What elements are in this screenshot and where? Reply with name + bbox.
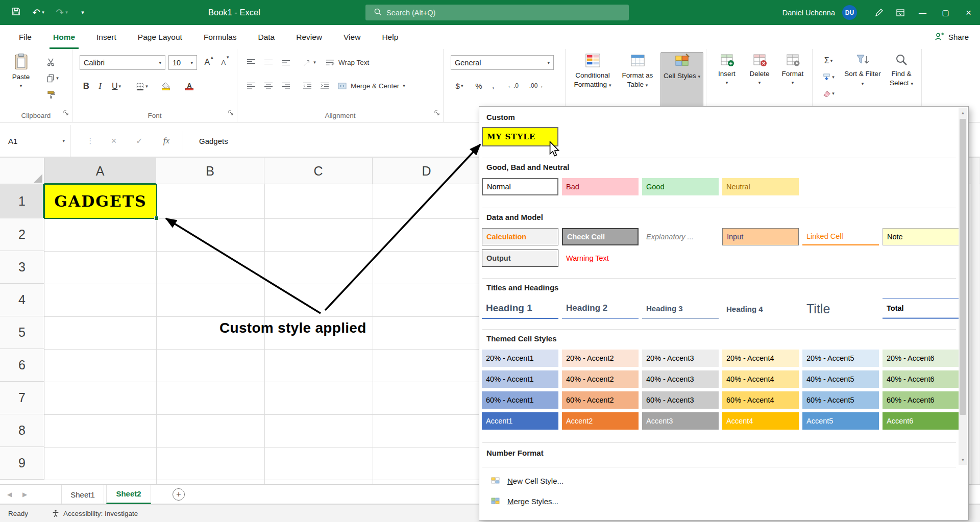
search-box[interactable]: Search (Alt+Q): [365, 5, 629, 20]
name-box[interactable]: A1 ▾: [0, 125, 70, 157]
style-item-accent2[interactable]: Accent2: [562, 412, 639, 430]
borders-button[interactable]: ▾: [132, 79, 152, 94]
style-item-check-cell[interactable]: Check Cell: [562, 228, 639, 245]
user-name[interactable]: Daniel Uchenna: [782, 9, 835, 17]
ribbon-display-options-button[interactable]: [890, 0, 911, 25]
number-format-combo[interactable]: General ▾: [451, 55, 554, 70]
style-item-neutral[interactable]: Neutral: [722, 178, 799, 195]
format-painter-button[interactable]: [43, 88, 58, 101]
row-header-3[interactable]: 3: [0, 251, 44, 284]
formula-bar-grip[interactable]: ⋮: [83, 125, 98, 157]
italic-button[interactable]: I: [94, 79, 106, 94]
ink-pen-button[interactable]: [868, 0, 890, 25]
comma-style-button[interactable]: ,: [487, 79, 499, 93]
row-header-9[interactable]: 9: [0, 447, 44, 480]
copy-button[interactable]: ▾: [43, 71, 62, 85]
style-item-20-accent2[interactable]: 20% - Accent2: [562, 350, 639, 367]
style-item-linked-cell[interactable]: Linked Cell: [802, 228, 879, 245]
style-item-40-accent1[interactable]: 40% - Accent1: [482, 370, 558, 388]
percent-style-button[interactable]: %: [472, 79, 485, 93]
row-header-8[interactable]: 8: [0, 414, 44, 447]
select-all-corner[interactable]: [0, 158, 44, 184]
tab-help[interactable]: Help: [371, 25, 409, 49]
increase-font-size-button[interactable]: A ▴: [201, 55, 216, 69]
accounting-format-button[interactable]: $ ▾: [451, 79, 468, 93]
row-header-4[interactable]: 4: [0, 284, 44, 316]
style-item-20-accent6[interactable]: 20% - Accent6: [883, 350, 959, 367]
style-item-60-accent6[interactable]: 60% - Accent6: [883, 391, 959, 409]
row-header-2[interactable]: 2: [0, 218, 44, 251]
style-item-note[interactable]: Note: [883, 228, 959, 245]
save-button[interactable]: [7, 5, 24, 20]
sheet-tab-sheet2[interactable]: Sheet2: [106, 485, 151, 504]
style-item-accent5[interactable]: Accent5: [802, 412, 879, 430]
style-item-heading-2[interactable]: Heading 2: [562, 299, 639, 319]
style-item-60-accent3[interactable]: 60% - Accent3: [642, 391, 719, 409]
increase-decimal-button[interactable]: ←.0: [503, 79, 523, 93]
style-item-input[interactable]: Input: [722, 228, 799, 245]
style-item-my-style[interactable]: MY STYLE: [482, 127, 558, 146]
tab-file[interactable]: File: [8, 25, 42, 49]
row-header-5[interactable]: 5: [0, 316, 44, 349]
style-item-heading-4[interactable]: Heading 4: [722, 299, 799, 319]
insert-cells-button[interactable]: Insert ▾: [712, 52, 742, 85]
paste-button[interactable]: Paste ▾: [5, 53, 37, 88]
font-dialog-launcher[interactable]: [228, 109, 234, 118]
format-cells-button[interactable]: Format ▾: [777, 52, 808, 85]
font-name-combo[interactable]: Calibri ▾: [80, 55, 165, 70]
align-middle-button[interactable]: [261, 55, 276, 69]
autosum-button[interactable]: Σ ▾: [817, 54, 840, 67]
style-item-60-accent2[interactable]: 60% - Accent2: [562, 391, 639, 409]
style-item-normal[interactable]: Normal: [482, 178, 558, 195]
align-top-button[interactable]: [243, 55, 259, 69]
find-select-button[interactable]: Find & Select ▾: [883, 52, 920, 87]
row-header-1[interactable]: 1: [0, 184, 44, 218]
accessibility-checker-button[interactable]: Accessibility: Investigate: [52, 509, 138, 517]
align-left-button[interactable]: [243, 79, 259, 93]
new-cell-style-command[interactable]: New Cell Style...: [482, 471, 954, 490]
cancel-button[interactable]: ×: [105, 125, 123, 157]
orientation-button[interactable]: ▾: [300, 55, 319, 69]
font-size-combo[interactable]: 10 ▾: [168, 55, 197, 70]
style-item-40-accent2[interactable]: 40% - Accent2: [562, 370, 639, 388]
tab-page-layout[interactable]: Page Layout: [127, 25, 193, 49]
column-header-c[interactable]: C: [264, 158, 373, 184]
font-color-button[interactable]: A: [179, 79, 200, 94]
undo-button[interactable]: ↶ ▾: [28, 5, 49, 20]
style-item-accent1[interactable]: Accent1: [482, 412, 558, 430]
style-item-accent4[interactable]: Accent4: [722, 412, 799, 430]
previous-sheet-button[interactable]: ◀: [7, 485, 12, 504]
worksheet-vertical-scrollbar[interactable]: [971, 158, 979, 484]
tab-view[interactable]: View: [333, 25, 371, 49]
style-item-20-accent1[interactable]: 20% - Accent1: [482, 350, 558, 367]
sheet-tab-sheet1[interactable]: Sheet1: [61, 485, 104, 504]
merge-styles-command[interactable]: Merge Styles...: [482, 491, 954, 511]
decrease-font-size-button[interactable]: A ▾: [217, 55, 233, 69]
style-item-title[interactable]: Title: [802, 299, 879, 319]
alignment-dialog-launcher[interactable]: [434, 109, 440, 118]
new-sheet-button[interactable]: +: [173, 488, 185, 501]
column-header-b[interactable]: B: [156, 158, 264, 184]
fill-button[interactable]: ▾: [817, 70, 840, 84]
tab-insert[interactable]: Insert: [86, 25, 127, 49]
decrease-decimal-button[interactable]: .00→: [525, 79, 548, 93]
next-sheet-button[interactable]: ▶: [22, 485, 27, 504]
style-item-40-accent3[interactable]: 40% - Accent3: [642, 370, 719, 388]
fill-handle[interactable]: [154, 216, 159, 220]
align-right-button[interactable]: [278, 79, 293, 93]
wrap-text-button[interactable]: Wrap Text: [325, 55, 402, 69]
style-item-explanatory[interactable]: Explanatory ...: [642, 228, 719, 245]
cut-button[interactable]: [43, 55, 58, 68]
clear-button[interactable]: ▾: [817, 87, 840, 100]
style-item-bad[interactable]: Bad: [562, 178, 639, 195]
style-item-heading-1[interactable]: Heading 1: [482, 299, 558, 319]
style-item-accent6[interactable]: Accent6: [883, 412, 959, 430]
decrease-indent-button[interactable]: [300, 79, 315, 93]
style-item-heading-3[interactable]: Heading 3: [642, 299, 719, 319]
style-item-40-accent6[interactable]: 40% - Accent6: [883, 370, 959, 388]
style-item-40-accent5[interactable]: 40% - Accent5: [802, 370, 879, 388]
conditional-formatting-button[interactable]: Conditional Formatting ▾: [571, 52, 615, 89]
close-button[interactable]: ×: [957, 0, 980, 25]
style-item-warning-text[interactable]: Warning Text: [562, 250, 639, 267]
share-button[interactable]: Share: [934, 25, 969, 49]
